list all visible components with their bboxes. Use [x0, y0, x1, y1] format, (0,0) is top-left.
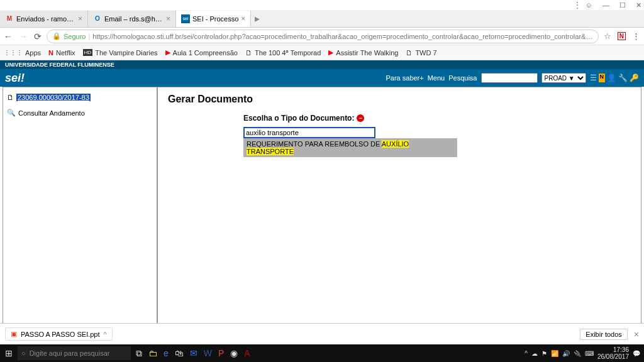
powerpoint-icon[interactable]: P	[218, 348, 224, 359]
back-button[interactable]: ←	[4, 31, 13, 41]
toolbar-usuario-icon[interactable]: 👤	[607, 74, 616, 82]
show-all-downloads[interactable]: Exibir todos	[580, 329, 627, 340]
word-icon[interactable]: W	[204, 348, 212, 359]
address-bar[interactable]: 🔒 Seguro | https://homologacao.sti.uff.b…	[47, 30, 599, 43]
explorer-icon[interactable]: 🗀	[148, 348, 157, 359]
reload-button[interactable]: ⟳	[34, 31, 42, 41]
bookmark-label: Netflix	[56, 49, 75, 57]
apps-icon: ⋮⋮⋮	[4, 49, 23, 56]
time: 17:36	[597, 346, 629, 353]
taskbar: ⊞ ○ Digite aqui para pesquisar ⧉ 🗀 e 🛍 ✉…	[0, 344, 644, 362]
page-icon: 🗋	[406, 49, 413, 57]
page-title: Gerar Documento	[168, 94, 631, 105]
sei-favicon-icon: sei	[181, 14, 190, 23]
university-label: UNIVERSIDADE FEDERAL FLUMINENSE	[0, 60, 644, 69]
battery-icon[interactable]: 🔌	[574, 350, 581, 357]
process-number[interactable]: 23069.000030/2017-83	[16, 94, 91, 101]
volume-icon[interactable]: 🔊	[562, 350, 570, 357]
taskbar-search-placeholder: Digite aqui para pesquisar	[30, 349, 110, 357]
tab-label: Email – rds.s@hotmail.co	[104, 15, 164, 23]
tray-up-icon[interactable]: ^	[525, 350, 528, 357]
netflix-icon: N	[48, 49, 53, 57]
forward-button[interactable]: →	[19, 31, 28, 41]
download-item[interactable]: ▣ PASSO A PASSO SEI.ppt ^	[5, 327, 113, 341]
apps-label: Apps	[25, 49, 41, 57]
start-button[interactable]: ⊞	[0, 348, 18, 358]
choose-label-text: Escolha o Tipo do Documento:	[243, 114, 354, 123]
bookmark-label: TWD 7	[415, 49, 436, 57]
minimize-button[interactable]: —	[602, 1, 609, 9]
document-type-filter[interactable]	[243, 127, 375, 138]
secure-label: Seguro	[64, 33, 86, 40]
menu-link[interactable]: Menu	[428, 74, 445, 82]
notifications-icon[interactable]: 💬	[633, 350, 640, 357]
close-button[interactable]: ✕	[636, 1, 641, 9]
doc-icon: 🗋	[7, 94, 14, 101]
process-row[interactable]: 🗋 23069.000030/2017-83	[7, 92, 153, 102]
chevron-up-icon[interactable]: ^	[104, 331, 107, 338]
downloads-bar: ▣ PASSO A PASSO SEI.ppt ^ Exibir todos ×	[0, 323, 644, 344]
close-tab-icon[interactable]: ×	[241, 14, 245, 23]
sei-header: UNIVERSIDADE FEDERAL FLUMINENSE sei! Par…	[0, 60, 644, 87]
bookmark-netflix[interactable]: NNetflix	[48, 49, 75, 57]
toolbar-config-icon[interactable]: 🔧	[618, 74, 628, 82]
workspace: 🗋 23069.000030/2017-83 🔍 Consultar Andam…	[3, 87, 641, 324]
youtube-icon: ▶	[165, 48, 170, 57]
collapse-icon[interactable]: −	[357, 114, 364, 122]
search-input[interactable]	[481, 73, 538, 83]
lock-icon: 🔒	[52, 32, 61, 40]
bookmark-aula[interactable]: ▶Aula 1 Compreensão	[165, 48, 238, 57]
user-icon[interactable]: ☺	[586, 1, 592, 9]
tab-gmail[interactable]: M Enviados - ramonsantos ×	[0, 11, 88, 27]
close-downloads-bar[interactable]: ×	[634, 329, 639, 339]
address-bar-row: ← → ⟳ 🔒 Seguro | https://homologacao.sti…	[0, 28, 644, 45]
maximize-button[interactable]: ☐	[619, 1, 626, 9]
page-icon: 🗋	[245, 49, 252, 57]
sei-logo[interactable]: sei!	[5, 72, 25, 85]
bookmark-label: Assistir The Walking	[336, 49, 398, 57]
bookmark-twd7[interactable]: 🗋TWD 7	[406, 49, 436, 57]
wifi-icon[interactable]: 📶	[551, 350, 558, 357]
star-icon[interactable]: ☆	[604, 31, 611, 41]
clock[interactable]: 17:36 26/08/2017	[597, 346, 629, 360]
close-tab-icon[interactable]: ×	[166, 14, 170, 23]
url-text: https://homologacao.sti.uff.br/sei/contr…	[92, 33, 592, 40]
security-icon[interactable]: ⚑	[541, 350, 547, 357]
apps-button[interactable]: ⋮⋮⋮Apps	[4, 49, 41, 57]
date: 26/08/2017	[597, 353, 629, 360]
consultar-andamento[interactable]: 🔍 Consultar Andamento	[7, 107, 153, 118]
menu-icon[interactable]: ⋮	[632, 31, 640, 41]
bookmark-vampire[interactable]: HDThe Vampire Diaries	[83, 49, 158, 57]
store-icon[interactable]: 🛍	[175, 348, 184, 359]
language-icon[interactable]: ⌨	[585, 350, 594, 357]
taskbar-search[interactable]: ○ Digite aqui para pesquisar	[18, 346, 131, 360]
onedrive-icon[interactable]: ☁	[531, 350, 538, 357]
edge-icon[interactable]: e	[164, 348, 169, 359]
bookmark-the100[interactable]: 🗋The 100 4ª Temporad	[245, 49, 321, 57]
close-tab-icon[interactable]: ×	[78, 14, 82, 23]
cortana-icon: ○	[21, 349, 26, 357]
pesquisa-label: Pesquisa	[448, 74, 477, 82]
consultar-label: Consultar Andamento	[18, 109, 85, 117]
option-prefix: REQUERIMENTO PARA REEMBOLSO DE	[247, 140, 382, 148]
content-pane: Gerar Documento Escolha o Tipo do Docume…	[158, 87, 641, 324]
bookmark-label: The 100 4ª Temporad	[255, 49, 321, 57]
task-view-icon[interactable]: ⧉	[136, 348, 142, 359]
gmail-favicon-icon: M	[5, 14, 14, 23]
toolbar-sair-icon[interactable]: 🔑	[630, 74, 639, 82]
acrobat-icon[interactable]: A	[244, 348, 250, 359]
tab-sei[interactable]: sei SEI - Processo ×	[176, 11, 251, 27]
unit-select[interactable]: PROAD ▼	[541, 73, 586, 83]
bookmark-twd[interactable]: ▶Assistir The Walking	[328, 48, 398, 57]
more-icon[interactable]: ⋮	[573, 0, 582, 10]
toolbar-controle-icon[interactable]: ☰	[590, 74, 597, 82]
chrome-icon[interactable]: ◉	[230, 348, 238, 359]
highlight-auxilio: AUXÍLIO	[382, 140, 409, 148]
document-type-option[interactable]: REQUERIMENTO PARA REEMBOLSO DE AUXÍLIO T…	[243, 138, 457, 157]
mail-icon[interactable]: ✉	[190, 348, 197, 359]
para-saber-link[interactable]: Para saber+	[386, 74, 423, 82]
toolbar-novidades-icon[interactable]: N	[599, 74, 606, 82]
new-tab-button[interactable]: ▸	[251, 13, 264, 25]
extension-n-icon[interactable]: N	[618, 32, 626, 40]
tab-outlook[interactable]: O Email – rds.s@hotmail.co ×	[88, 11, 176, 27]
